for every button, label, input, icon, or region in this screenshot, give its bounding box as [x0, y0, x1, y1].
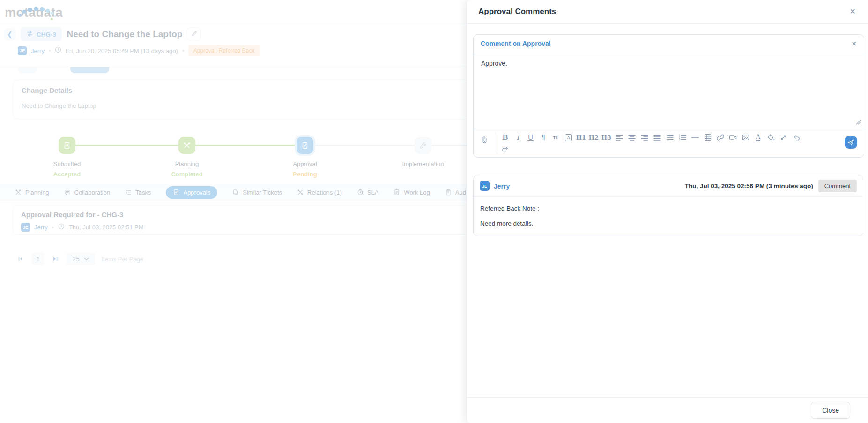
redo-icon[interactable]: [499, 143, 512, 154]
video-icon[interactable]: [727, 132, 739, 143]
fullscreen-icon[interactable]: [777, 132, 790, 143]
align-left-icon[interactable]: [613, 132, 625, 143]
ordered-list-icon[interactable]: 123: [676, 132, 689, 143]
avatar: JE: [480, 181, 490, 191]
comment-line: Referred Back Note :: [480, 205, 856, 212]
resize-handle-icon[interactable]: [855, 119, 861, 126]
font-family-icon[interactable]: A: [562, 132, 575, 143]
comment-text-area[interactable]: Approve.: [474, 53, 864, 128]
italic-icon[interactable]: I: [512, 132, 524, 143]
svg-text:3: 3: [679, 138, 680, 141]
fill-color-icon[interactable]: [764, 132, 777, 143]
close-icon[interactable]: ✕: [851, 40, 857, 47]
comment-editor-header: Comment on Approval ✕: [474, 35, 864, 53]
comment-timestamp: Thu, Jul 03, 2025 02:56 PM (3 minutes ag…: [685, 182, 813, 189]
paper-plane-icon: [847, 139, 854, 146]
font-size-icon[interactable]: тT: [549, 132, 562, 143]
align-center-icon[interactable]: [625, 132, 638, 143]
toolbar-row-2: [499, 143, 840, 154]
underline-icon[interactable]: U: [524, 132, 537, 143]
drawer-footer: Close: [467, 397, 868, 423]
align-justify-icon[interactable]: [651, 132, 663, 143]
comment-editor: Comment on Approval ✕ Approve. B I: [473, 34, 864, 158]
comment-card: JE Jerry Thu, Jul 03, 2025 02:56 PM (3 m…: [473, 175, 863, 236]
link-icon[interactable]: [714, 132, 727, 143]
attach-icon[interactable]: [478, 132, 491, 143]
h3-icon[interactable]: H3: [600, 132, 613, 143]
unordered-list-icon[interactable]: [663, 132, 676, 143]
text-color-icon[interactable]: A: [752, 132, 764, 143]
align-right-icon[interactable]: [638, 132, 651, 143]
toolbar-divider: [495, 133, 495, 153]
send-comment-button[interactable]: [845, 136, 857, 149]
h1-icon[interactable]: H1: [575, 132, 587, 143]
comment-line: Need more details.: [480, 220, 856, 227]
h2-icon[interactable]: H2: [587, 132, 600, 143]
image-icon[interactable]: [739, 132, 752, 143]
editor-header-title: Comment on Approval: [481, 40, 551, 47]
bold-icon[interactable]: B: [499, 132, 512, 143]
toolbar-row-1: B I U ¶ тT A H1 H2 H3 123: [499, 132, 840, 143]
comment-type-badge: Comment: [818, 180, 857, 192]
font-family-glyph: A: [565, 134, 572, 141]
undo-icon[interactable]: [790, 132, 802, 143]
drawer-title: Approval Comments: [478, 7, 556, 16]
approval-comments-drawer: Approval Comments ✕ Comment on Approval …: [467, 0, 868, 423]
paragraph-icon[interactable]: ¶: [537, 132, 549, 143]
editor-content-text: Approve.: [481, 60, 507, 67]
editor-toolbar: B I U ¶ тT A H1 H2 H3 123: [474, 128, 864, 157]
app-root: motadata ❮ CHG-3 Need to Change the Lapt…: [0, 0, 868, 423]
comment-author-link[interactable]: Jerry: [494, 182, 510, 190]
table-icon[interactable]: [701, 132, 714, 143]
close-drawer-button[interactable]: Close: [811, 402, 850, 419]
close-icon[interactable]: ✕: [850, 8, 856, 15]
horizontal-rule-icon[interactable]: [689, 132, 701, 143]
comment-header: JE Jerry Thu, Jul 03, 2025 02:56 PM (3 m…: [474, 175, 863, 197]
comment-body: Referred Back Note : Need more details.: [474, 197, 863, 236]
text-color-glyph: A: [756, 134, 760, 141]
drawer-header: Approval Comments ✕: [467, 0, 868, 24]
